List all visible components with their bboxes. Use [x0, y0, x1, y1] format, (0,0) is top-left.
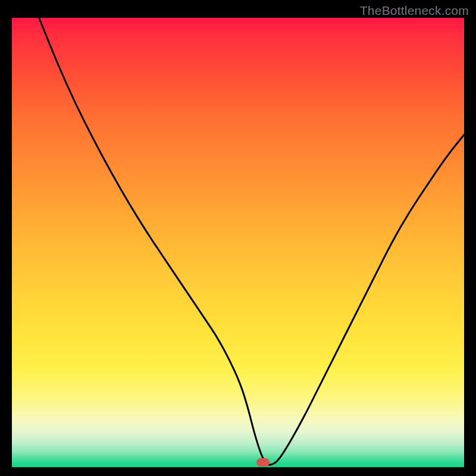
bottleneck-curve-path — [39, 18, 464, 465]
watermark-text: TheBottleneck.com — [360, 4, 469, 18]
curve-svg — [12, 18, 464, 467]
optimal-marker — [256, 458, 270, 466]
plot-area — [12, 18, 464, 467]
chart-frame: TheBottleneck.com — [0, 0, 476, 476]
